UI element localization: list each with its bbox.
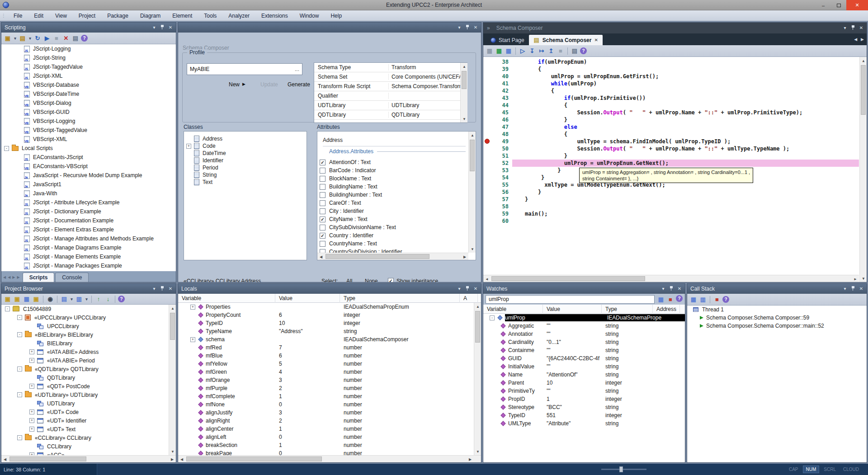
watch-row[interactable]: PropID1integer — [483, 395, 685, 403]
watch-row[interactable]: Name"AttentionOf"string — [483, 371, 685, 379]
dropdown-icon[interactable]: ▾ — [70, 295, 74, 303]
menu-item-element[interactable]: Element — [166, 10, 198, 21]
view-source-icon[interactable]: ▤ — [571, 47, 579, 55]
edit-icon[interactable]: ▤ — [60, 295, 68, 303]
close-button[interactable]: ✕ — [846, 0, 868, 10]
breakpoint-icon[interactable] — [485, 139, 490, 144]
class-item[interactable]: Identifier — [184, 157, 307, 164]
attribute-item[interactable]: City : Identifier — [317, 207, 476, 215]
scripting-caption[interactable]: Scripting ▾✕ — [1, 23, 176, 33]
menu-item-edit[interactable]: Edit — [28, 10, 49, 21]
project-tree-item[interactable]: CCLibrary — [1, 442, 176, 451]
menu-item-file[interactable]: File — [8, 10, 28, 21]
attribute-item[interactable]: BuildingName : Text — [317, 183, 476, 191]
new-model-icon[interactable]: ▣ — [4, 295, 12, 303]
stack-frame[interactable]: Schema Composer.Schema Composer::main::5… — [687, 322, 867, 330]
dropdown-icon[interactable]: ▾ — [85, 295, 89, 303]
zoom-slider[interactable] — [601, 469, 646, 470]
save-icon[interactable]: ▦ — [486, 47, 494, 55]
project-tree-item[interactable]: -«UPCCLibrary» UPCCLibrary — [1, 313, 176, 322]
menu-item-tools[interactable]: Tools — [198, 10, 222, 21]
script-tree-item[interactable]: -Local Scripts — [1, 144, 176, 153]
remove-watch-icon[interactable]: ■ — [713, 296, 721, 304]
auto-hide-pin-icon[interactable] — [850, 25, 856, 32]
tree-expander-icon[interactable]: - — [5, 306, 10, 311]
new-script-group-icon[interactable]: ▣ — [4, 34, 12, 42]
step-into-icon[interactable]: ↧ — [528, 47, 536, 55]
tab-nav-left-icon[interactable]: ◀ — [8, 275, 10, 279]
watch-row[interactable]: GUID"{6AC2440C-C2BC-4fstring — [483, 354, 685, 362]
attribute-item[interactable]: ✓Country : Identifier — [317, 231, 476, 240]
script-tree-item[interactable]: VBVBScript-TaggedValue — [1, 126, 176, 135]
auto-hide-pin-icon[interactable] — [669, 286, 674, 292]
scroll-down-icon[interactable]: ▼ — [469, 245, 476, 253]
show-inheritance-checkbox[interactable]: ✓ — [388, 278, 394, 282]
maximize-button[interactable] — [831, 0, 846, 10]
help-icon[interactable]: ? — [722, 296, 729, 303]
tree-expander-icon[interactable]: + — [186, 144, 191, 149]
move-up-icon[interactable]: ↑ — [94, 295, 103, 303]
script-tree-item[interactable]: VBVBScript-Database — [1, 80, 176, 89]
script-tree-item[interactable]: JSJScript-String — [1, 53, 176, 62]
property-grid-scrollbar[interactable]: ▲ ▼ — [460, 63, 467, 122]
locals-vscrollbar[interactable]: ▲▼ — [474, 303, 481, 455]
attribute-item[interactable]: CountryName : Text — [317, 240, 476, 248]
new-menu-arrow-icon[interactable]: ▶ — [242, 82, 245, 86]
project-tree-item[interactable]: -C15064889 — [1, 305, 176, 313]
project-tree-item[interactable]: +«UDT» Identifier — [1, 416, 176, 425]
column-header-type[interactable]: Type — [340, 294, 460, 303]
script-tree-item[interactable]: JSJScript - Dictionary Example — [1, 207, 176, 216]
menu-item-help[interactable]: Help — [325, 10, 348, 21]
thread-item[interactable]: Thread 1 — [687, 306, 867, 314]
script-tree-item[interactable]: JaJava-With — [1, 189, 176, 198]
tree-expander-icon[interactable]: + — [29, 349, 34, 354]
tree-expander-icon[interactable]: + — [190, 337, 195, 342]
locals-hscrollbar[interactable]: ◀ ▶ — [178, 455, 481, 462]
script-tree-item[interactable]: JSJScript-XML — [1, 71, 176, 80]
select-all-button[interactable]: All — [346, 278, 352, 282]
tree-expander-icon[interactable]: + — [190, 305, 195, 310]
script-tree-item[interactable]: JSJScript-Logging — [1, 44, 176, 53]
attribute-item[interactable]: CareOf : Text — [317, 199, 476, 207]
scroll-down-icon[interactable]: ▼ — [474, 448, 481, 455]
property-row[interactable]: Schema TypeTransform — [314, 63, 467, 72]
project-tree-item[interactable]: +«ACC» ... — [1, 451, 176, 455]
window-position-icon[interactable]: ▾ — [457, 25, 462, 30]
attribute-checkbox[interactable]: ✓ — [320, 160, 326, 165]
column-header-type[interactable]: Type — [602, 305, 653, 314]
menu-item-diagram[interactable]: Diagram — [134, 10, 166, 21]
locals-row[interactable]: alignRight2number — [178, 417, 481, 425]
scroll-right-icon[interactable]: ▶ — [461, 253, 468, 260]
window-position-icon[interactable]: ▾ — [151, 25, 157, 30]
new-button[interactable]: New — [229, 81, 240, 88]
attribute-checkbox[interactable] — [320, 176, 326, 182]
scroll-left-icon[interactable]: ◀ — [1, 456, 9, 463]
panel-close-icon[interactable]: ✕ — [168, 25, 173, 30]
locals-row[interactable]: TypeName"Address"string — [178, 327, 481, 335]
tab-scripts[interactable]: Scripts — [23, 273, 55, 282]
step-over-icon[interactable]: ↦ — [538, 47, 546, 55]
scroll-right-icon[interactable]: ▶ — [467, 456, 474, 463]
class-item[interactable]: Period — [184, 164, 307, 171]
watch-row[interactable]: Containme""string — [483, 346, 685, 354]
project-tree-item[interactable]: UDTLibrary — [1, 399, 176, 408]
refresh-scripts-icon[interactable]: ↻ — [33, 34, 42, 42]
profile-name-input[interactable]: MyABIE ... — [187, 63, 302, 75]
stop-debug-icon[interactable]: ■ — [557, 47, 565, 55]
attribute-checkbox[interactable] — [320, 168, 326, 174]
locals-row[interactable]: mfYellow5number — [178, 360, 481, 368]
column-header-address[interactable]: Address — [653, 305, 680, 314]
project-tree-item[interactable]: -«CCLibrary» CCLibrary — [1, 433, 176, 442]
attribute-checkbox[interactable] — [320, 241, 326, 247]
tab-nav-left-icon[interactable]: ◀ — [3, 275, 6, 279]
copy-icon[interactable]: ▥ — [75, 295, 83, 303]
watch-grid-icon[interactable]: ▦ — [657, 295, 665, 303]
tree-expander-icon[interactable]: + — [29, 358, 34, 363]
scroll-left-icon[interactable]: ◀ — [483, 275, 491, 282]
tree-expander-icon[interactable]: - — [17, 332, 22, 337]
script-tree-item[interactable]: JSEAConstants-JScript — [1, 153, 176, 162]
save-export-icon[interactable]: ▦ — [505, 47, 513, 55]
update-button[interactable]: Update — [260, 81, 278, 88]
zoom-slider-thumb[interactable] — [619, 466, 623, 472]
locals-row[interactable]: alignLeft0number — [178, 433, 481, 441]
